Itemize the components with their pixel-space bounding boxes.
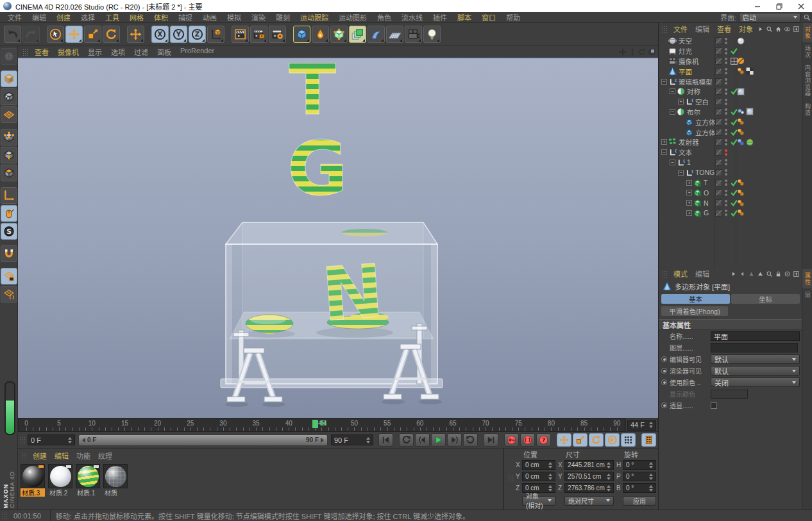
visibility-dots[interactable] [725,179,727,186]
scale-tool-button[interactable] [84,26,101,43]
coord-field-2-2[interactable]: 0 ° [623,483,656,493]
visibility-dots[interactable] [725,68,727,74]
menu-item-2[interactable]: 功能 [72,451,94,461]
layer-swatch[interactable] [715,179,722,186]
object-row-玻璃瓶模型[interactable]: −0玻璃瓶模型 [659,76,802,87]
lock-z-axis-button[interactable]: Z [189,26,206,43]
frame-input[interactable]: 44 F [627,420,656,431]
range-end-field[interactable]: 90 F [331,434,373,445]
value-spinner[interactable] [607,462,611,468]
material-thumbnail[interactable] [21,464,45,488]
menu-item-3[interactable]: 选择 [76,12,100,22]
expander-minus[interactable]: − [661,79,667,85]
menu-item-16[interactable]: 插件 [428,12,452,22]
add-generator-button[interactable] [330,26,348,43]
layer-swatch[interactable] [715,210,722,217]
undo-button[interactable] [4,26,21,43]
material-3[interactable]: 材质.1 [76,464,100,497]
conedim-icon[interactable] [748,270,755,277]
object-row-发射器[interactable]: +发射器 [659,137,802,147]
visibility-dots[interactable] [725,119,727,125]
layer-swatch[interactable] [715,169,722,176]
keyframe-dot[interactable] [661,402,667,408]
menu-item-14[interactable]: 角色 [372,12,396,22]
menu-item-3[interactable]: 选项 [106,47,130,57]
menu-item-0[interactable]: 文件 [3,12,27,22]
matwhite-tag-icon[interactable] [737,37,745,45]
frame-spinner[interactable] [649,422,653,428]
value-spinner[interactable] [649,485,653,492]
add-mograph-button[interactable] [349,26,366,43]
object-row-1[interactable]: −01 [659,158,802,168]
panel-grip[interactable] [22,49,28,56]
arrow-r-icon[interactable] [757,26,764,33]
play-backwards-button[interactable] [399,433,414,447]
search-icon[interactable] [803,13,811,21]
tab-basic[interactable]: 基本 [661,294,730,304]
menu-item-1[interactable]: 编辑 [691,269,713,279]
size-mode-dropdown[interactable]: 绝对尺寸 [564,496,614,506]
menu-item-3[interactable]: 纹理 [94,451,116,461]
current-frame-marker[interactable] [312,420,318,428]
next-frame-button[interactable] [447,433,462,447]
dotso-tag-icon[interactable] [737,128,745,136]
object-row-布尔[interactable]: −布尔 [659,107,802,117]
menu-item-3[interactable]: 对象 [735,24,757,34]
plusbox-icon[interactable] [793,270,800,277]
expander-minus[interactable]: − [670,109,675,115]
menu-item-11[interactable]: 雕刻 [271,12,295,22]
dotso-tag-icon[interactable] [737,209,745,217]
material-4[interactable]: 材质 [103,464,128,497]
previous-frame-button[interactable] [415,433,430,447]
layer-swatch[interactable] [715,138,722,145]
layer-swatch[interactable] [715,78,722,85]
visibility-dots[interactable] [725,88,727,95]
object-row-摄像机[interactable]: −摄像机 [659,56,802,67]
autokeying-button[interactable] [520,433,535,447]
xray-checkbox[interactable] [711,402,717,409]
menu-item-1[interactable]: 编辑 [691,24,713,34]
layer-swatch[interactable] [715,98,722,105]
range-end-spinner[interactable] [366,437,370,443]
menu-item-4[interactable]: 过滤 [130,47,153,57]
attr-tab-0[interactable]: 属性 [802,269,812,288]
menu-item-2[interactable]: 显示 [83,47,106,57]
preview-range-slider[interactable]: 0 F 90 F [78,434,328,446]
menu-item-13[interactable]: 运动图形 [334,12,372,22]
layer-field[interactable] [711,343,798,352]
range-start-field[interactable]: 0 F [28,434,75,445]
name-field[interactable]: 平面 [711,331,800,341]
rotate-view-icon[interactable] [638,48,646,56]
panel-grip[interactable] [662,26,668,33]
menu-item-0[interactable]: 文件 [670,24,691,34]
keyframe-dot[interactable] [661,379,667,385]
apply-button[interactable]: 应用 [623,496,656,506]
dotso-tag-icon[interactable] [737,179,745,186]
phong-tag-icon[interactable] [737,108,745,115]
model-mode-button[interactable] [1,70,17,87]
planar-workplane-button[interactable] [1,286,17,302]
visibility-dots[interactable] [725,108,727,115]
interface-dropdown[interactable]: 启动 [739,13,800,22]
visibility-dots[interactable] [725,78,727,85]
enable-axis-button[interactable] [1,187,17,204]
material-2[interactable]: 材质.2 [48,464,72,497]
expander-plus[interactable]: + [686,180,692,186]
panel-tab-2[interactable]: 内容浏览器 [802,62,812,100]
targetic-icon[interactable] [784,270,791,277]
add-deformer-button[interactable] [368,26,385,43]
key-point-level-button[interactable] [621,433,636,447]
matstripe-tag-icon[interactable] [746,138,754,146]
edges-mode-button[interactable] [1,147,17,163]
matglass-tag-icon[interactable] [746,108,754,115]
visibility-dots[interactable] [725,139,727,145]
layer-swatch[interactable] [715,88,722,95]
expander-plus[interactable]: + [686,200,692,206]
object-row-O[interactable]: +O [659,188,802,198]
layer-swatch[interactable] [715,159,722,166]
visibility-dots[interactable] [725,129,727,135]
live-selection-button[interactable] [47,26,64,43]
menu-item-1[interactable]: 编辑 [51,451,72,461]
visibility-dots[interactable] [725,58,727,64]
matglass-tag-icon[interactable] [737,88,745,95]
